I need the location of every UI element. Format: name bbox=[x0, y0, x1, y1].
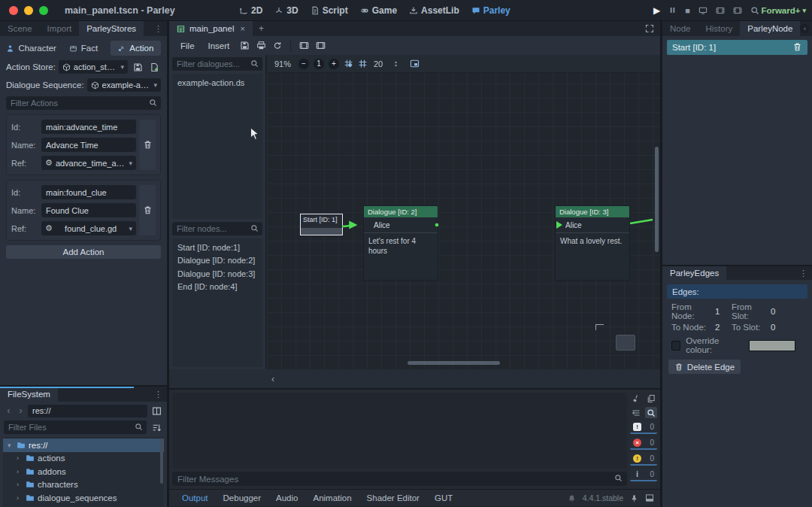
dialogue-graph[interactable]: 91% − 1 + ▴▾ Start [ID: bbox=[267, 55, 660, 369]
split-view-button[interactable] bbox=[150, 404, 163, 417]
save-store-button[interactable] bbox=[131, 60, 144, 74]
graph-horizontal-scrollbar[interactable] bbox=[408, 361, 500, 365]
tab-node[interactable]: Node bbox=[662, 21, 698, 36]
bottom-tab-shader-editor[interactable]: Shader Editor bbox=[360, 493, 426, 502]
test-dialogue-button[interactable] bbox=[314, 39, 327, 53]
override-colour-checkbox[interactable] bbox=[671, 341, 680, 351]
filter-actions-input[interactable] bbox=[6, 96, 161, 110]
tabs-back-button[interactable]: ‹ bbox=[800, 24, 809, 33]
dialogue-sequence-dropdown[interactable]: example-action.ds ▾ bbox=[87, 78, 161, 92]
stop-button[interactable]: ■ bbox=[685, 6, 690, 15]
remote-debug-button[interactable] bbox=[698, 6, 707, 15]
edge-dialogue3-out[interactable] bbox=[630, 220, 653, 223]
colour-swatch[interactable] bbox=[749, 340, 795, 351]
filter-messages-input[interactable] bbox=[172, 472, 627, 486]
collapse-icon[interactable]: › bbox=[17, 468, 23, 475]
run-dialogue-button[interactable] bbox=[297, 39, 311, 53]
tree-row-characters[interactable]: › characters bbox=[3, 478, 164, 492]
tree-row-actions[interactable]: › actions bbox=[3, 452, 164, 466]
action-ref-dropdown[interactable]: ⚙ found_clue.gd ▾ bbox=[41, 221, 136, 235]
filter-nodes-input[interactable] bbox=[172, 222, 262, 235]
graph-node-dialogue-2[interactable]: Dialogue [ID: 2] Alice Let's rest for 4 … bbox=[363, 205, 438, 281]
show-search-button[interactable] bbox=[645, 407, 658, 418]
filter-errors-toggle[interactable]: × 0 bbox=[630, 437, 657, 450]
pin-bottom-panel-button[interactable] bbox=[630, 494, 638, 502]
graph-minimap[interactable] bbox=[616, 335, 635, 351]
clear-output-button[interactable] bbox=[630, 393, 643, 404]
tab-parleystores[interactable]: ParleyStores bbox=[79, 21, 144, 36]
workspace-2d[interactable]: 2D bbox=[239, 5, 262, 16]
menu-file[interactable]: File bbox=[175, 41, 200, 50]
collapse-icon[interactable]: › bbox=[17, 494, 23, 502]
filesystem-scrollbar[interactable] bbox=[160, 439, 163, 484]
maximize-window-button[interactable] bbox=[39, 6, 48, 15]
tab-parleynode[interactable]: ParleyNode bbox=[740, 21, 800, 36]
workspace-assetlib[interactable]: AssetLib bbox=[409, 5, 459, 16]
save-dialogue-button[interactable] bbox=[238, 39, 251, 53]
distraction-free-button[interactable] bbox=[639, 21, 660, 36]
tab-history[interactable]: History bbox=[698, 21, 741, 36]
dock-menu-button[interactable]: ⋮ bbox=[150, 21, 167, 36]
node-list-item[interactable]: End [ID: node:4] bbox=[172, 281, 262, 294]
new-tab-button[interactable]: + bbox=[253, 21, 270, 36]
action-name-field[interactable] bbox=[41, 138, 136, 152]
snap-toggle-button[interactable] bbox=[344, 59, 353, 68]
parleyedges-menu-button[interactable]: ⋮ bbox=[795, 266, 812, 280]
filter-dialogues-input[interactable] bbox=[172, 57, 262, 71]
graph-vertical-scrollbar[interactable] bbox=[655, 147, 659, 252]
expand-icon[interactable]: ▾ bbox=[8, 442, 14, 449]
tab-parleyedges[interactable]: ParleyEdges bbox=[662, 266, 726, 280]
filter-all-messages-toggle[interactable]: ! 0 bbox=[630, 421, 657, 434]
workspace-script[interactable]: Script bbox=[311, 5, 348, 16]
notifications-bell-icon[interactable] bbox=[568, 494, 576, 502]
node-list-item[interactable]: Dialogue [ID: node:3] bbox=[172, 267, 262, 281]
bottom-tab-audio[interactable]: Audio bbox=[269, 493, 304, 502]
workspace-3d[interactable]: 3D bbox=[274, 5, 298, 16]
graph-node-dialogue-3[interactable]: Dialogue [ID: 3] Alice What a lovely res… bbox=[555, 205, 630, 281]
delete-action-button[interactable] bbox=[139, 185, 156, 235]
delete-node-button[interactable] bbox=[792, 42, 802, 53]
store-tab-action[interactable]: Action bbox=[111, 41, 161, 56]
action-store-dropdown[interactable]: action_store.tre ▾ bbox=[59, 60, 128, 74]
add-action-button[interactable]: Add Action bbox=[6, 245, 161, 259]
movie-maker-button[interactable] bbox=[750, 6, 759, 15]
minimap-toggle-button[interactable] bbox=[410, 59, 420, 68]
bottom-tab-gut[interactable]: GUT bbox=[428, 493, 459, 502]
bottom-tab-output[interactable]: Output bbox=[175, 493, 215, 502]
tab-filesystem[interactable]: FileSystem bbox=[0, 387, 58, 402]
edge-start-to-dialogue2[interactable] bbox=[342, 225, 355, 226]
bottom-tab-animation[interactable]: Animation bbox=[306, 493, 358, 502]
tab-import[interactable]: Import bbox=[40, 21, 80, 36]
filter-warnings-toggle[interactable]: ! 0 bbox=[630, 453, 657, 466]
action-id-field[interactable] bbox=[41, 185, 136, 199]
play-button[interactable]: ▶ bbox=[653, 5, 660, 16]
zoom-in-button[interactable]: + bbox=[329, 59, 339, 69]
tree-row-dialogue-sequences[interactable]: › dialogue_sequences bbox=[3, 491, 164, 505]
store-tab-character[interactable]: Character bbox=[6, 41, 56, 56]
tab-scene[interactable]: Scene bbox=[0, 21, 40, 36]
nav-back-button[interactable]: ‹ bbox=[4, 405, 14, 416]
pause-button[interactable] bbox=[668, 6, 677, 14]
store-tab-fact[interactable]: Fact bbox=[58, 41, 108, 56]
path-field[interactable] bbox=[28, 405, 147, 417]
node-list-item[interactable]: Dialogue [ID: node:2] bbox=[172, 254, 262, 268]
menu-insert[interactable]: Insert bbox=[203, 41, 235, 50]
action-id-field[interactable] bbox=[41, 120, 136, 134]
play-scene-button[interactable] bbox=[716, 6, 725, 15]
tab-main-panel[interactable]: main_panel × bbox=[169, 21, 253, 36]
collapse-messages-button[interactable] bbox=[630, 407, 643, 418]
close-tab-icon[interactable]: × bbox=[240, 24, 244, 33]
minimize-window-button[interactable] bbox=[24, 6, 33, 15]
delete-edge-button[interactable]: Delete Edge bbox=[668, 360, 741, 374]
renderer-selector[interactable]: Forward+ ▾ bbox=[761, 6, 806, 15]
graph-node-start[interactable]: Start [ID: 1] bbox=[300, 214, 343, 235]
snap-distance-input[interactable] bbox=[372, 59, 395, 68]
nav-forward-button[interactable]: › bbox=[16, 405, 26, 416]
print-dialogue-button[interactable] bbox=[254, 39, 268, 53]
collapse-icon[interactable]: › bbox=[17, 481, 23, 488]
tree-row-addons[interactable]: › addons bbox=[3, 465, 164, 478]
filter-info-toggle[interactable]: i 0 bbox=[630, 469, 657, 481]
action-name-field[interactable] bbox=[41, 203, 136, 217]
new-store-button[interactable] bbox=[147, 60, 161, 74]
selected-node-row[interactable]: Start [ID: 1] bbox=[667, 40, 807, 55]
